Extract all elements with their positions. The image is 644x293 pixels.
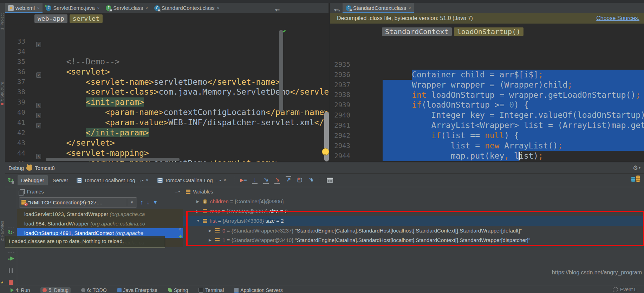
frames-list: loadServlet:1023, StandardWrapper (org.a… [17,209,183,286]
breadcrumb-chip[interactable]: StandardContext [382,27,452,36]
status-bar-toolwindow-button[interactable]: Application Servers [234,287,283,293]
code-line[interactable]: 2935 Container child = arr$[i$]; [330,39,644,49]
code-text: Container child = arr$[i$]; [353,70,543,80]
status-bar-toolwindow-button[interactable]: Spring [168,287,188,293]
breadcrumb-chip[interactable]: web-app [34,14,67,23]
editor-tab[interactable]: Servlet.class × [103,3,151,13]
horizontal-scrollbar-thumb[interactable] [46,158,180,161]
debug-step-icon[interactable] [284,176,293,184]
breadcrumb-chip[interactable]: loadOnStartup() [454,27,524,36]
code-line[interactable]: 2936 Wrapper wrapper = (Wrapper)child; [330,49,644,59]
debug-tab[interactable]: Tomcat Localhost Log →▪ ✕ [73,175,152,185]
editor-tab[interactable]: StandardContext.class × [343,3,414,13]
editor-tab[interactable]: web.xml × [5,3,43,13]
tab-list-menu-icon[interactable]: ▾≡₂ [331,7,343,13]
editor-tab[interactable]: ServletDemo.java × [43,3,103,13]
variable-text: children = {Container[4]@3306} [210,198,284,204]
reload-toast: Loaded classes are up to date. Nothing t… [5,236,165,248]
fold-marker-icon[interactable] [36,150,41,156]
status-bar-toolwindow-button[interactable]: 4: Run [11,287,30,293]
stack-frame-row[interactable]: loadServlet:1023, StandardWrapper (org.a… [17,209,183,219]
close-icon[interactable]: × [217,6,219,10]
fold-marker-icon[interactable] [36,109,41,115]
code-line[interactable]: 45 </servlet-mapping> [5,148,328,158]
close-icon[interactable]: × [409,6,411,10]
debug-step-icon[interactable] [295,176,304,184]
status-bar-toolwindow-button[interactable]: Java Enterprise [117,287,157,293]
tool-window-bar: 1: Project 7: Structure 2: Favorites ★ [0,3,5,286]
close-icon[interactable]: ✕ [146,178,149,183]
fold-marker-icon[interactable] [36,28,41,34]
code-text: map.put(key, list); [353,151,543,161]
vertical-scrollbar-thumb[interactable] [279,30,283,112]
file-type-icon [46,5,51,11]
resume-program-icon[interactable]: ▶ [5,255,17,261]
pin-icon[interactable]: →▪ [174,189,180,194]
stack-frame-row[interactable]: load:984, StandardWrapper (org.apache.ca… [17,219,183,228]
variable-row[interactable]: ▶ children = {Container[4]@3306} [183,197,644,206]
close-icon[interactable]: × [37,6,39,10]
code-line[interactable]: 42 <servlet-mapping> [5,117,328,128]
rerun-debug-icon[interactable]: ↻ [5,229,17,236]
code-line[interactable]: 44 <url-pattern>/servlet</url-pattern> [5,138,328,148]
status-bar-toolwindow-button[interactable]: 5: Debug [40,287,71,293]
next-frame-icon[interactable]: ↓ [147,199,150,206]
debug-tab[interactable]: Debugger →▪ ✕ [18,175,48,185]
pause-program-icon[interactable] [5,268,17,275]
fold-marker-icon[interactable] [36,58,41,64]
debug-step-icon[interactable] [261,176,271,184]
threads-view-icon[interactable] [631,176,640,182]
fold-marker-icon[interactable] [36,119,41,125]
debug-header: Debug Tomcat8 ⚙ [5,162,644,174]
thread-selector-dropdown[interactable]: "RMI TCP Connection(3)-127.... ▼ [19,197,137,208]
code-line[interactable]: 43 <servlet-name>servletDemo</servlet-na… [5,128,328,138]
close-icon[interactable]: × [145,6,148,10]
evaluate-expression-icon[interactable] [327,178,333,183]
text-cursor [519,152,520,160]
fold-marker-icon[interactable] [36,78,41,84]
fold-marker-icon[interactable] [36,89,41,95]
debug-step-icon[interactable] [306,176,316,184]
event-log-button[interactable]: Event L [613,287,637,292]
tab-list-menu-icon[interactable]: ▾≡ [272,7,283,13]
code-text: int loadOnStartup = wrapper.getLoadOnSta… [353,90,640,100]
close-icon[interactable]: ✕ [223,178,226,183]
status-bar: 4: Run 5: Debug 6: TODO Java Enterprise … [0,286,644,293]
tree-toggle-icon[interactable]: ▶ [196,199,200,203]
code-line[interactable]: 2937 int loadOnStartup = wrapper.getLoad… [330,59,644,70]
status-bar-toolwindow-button[interactable]: 6: TODO [81,287,107,293]
debug-step-icon[interactable] [273,176,282,184]
hide-library-frames-icon[interactable]: ▼ [153,199,158,205]
tool-window-button-favorites[interactable]: 2: Favorites [0,221,5,241]
previous-frame-icon[interactable]: ↑ [140,199,143,206]
fold-marker-icon[interactable] [36,129,41,135]
breadcrumb-chip[interactable]: servlet [70,14,103,23]
tool-window-button-project[interactable]: 1: Project [0,13,5,30]
rerun-icon[interactable]: ↻ [8,176,13,184]
debug-tab[interactable]: Server →▪ ✕ [49,175,72,185]
settings-gear-icon[interactable]: ⚙ [633,164,640,172]
debug-step-icon[interactable] [239,176,248,184]
chevron-down-icon[interactable]: ▼ [127,199,135,206]
toolwindow-label: Spring [174,287,188,293]
debug-tab[interactable]: Tomcat Catalina Log →▪ ✕ [154,175,230,185]
editor-tab-label: web.xml [15,5,35,11]
frames-overflow-chevron[interactable]: » [178,226,181,232]
editor-tab[interactable]: StandardContext.class × [151,3,222,13]
fold-marker-icon[interactable] [36,48,41,54]
fold-marker-icon[interactable] [36,69,41,75]
status-bar-toolwindow-button[interactable]: Terminal [199,287,224,293]
fold-marker-icon[interactable] [36,99,41,105]
close-icon[interactable]: × [97,6,99,10]
right-editor-tabbar: StandardContext.class × [330,3,644,13]
scroll-to-end-icon[interactable]: →▪ [215,178,221,183]
fold-marker-icon[interactable] [36,38,41,44]
add-watch-icon[interactable]: + [178,233,182,240]
intention-bulb-icon[interactable] [322,148,329,155]
scroll-to-end-icon[interactable]: →▪ [137,178,144,183]
choose-sources-link[interactable]: Choose Sources. [596,15,639,21]
log-icon [77,178,82,183]
fold-marker-icon[interactable] [36,140,41,146]
tool-window-button-structure[interactable]: 7: Structure [0,82,5,102]
debug-step-icon[interactable] [250,176,259,184]
